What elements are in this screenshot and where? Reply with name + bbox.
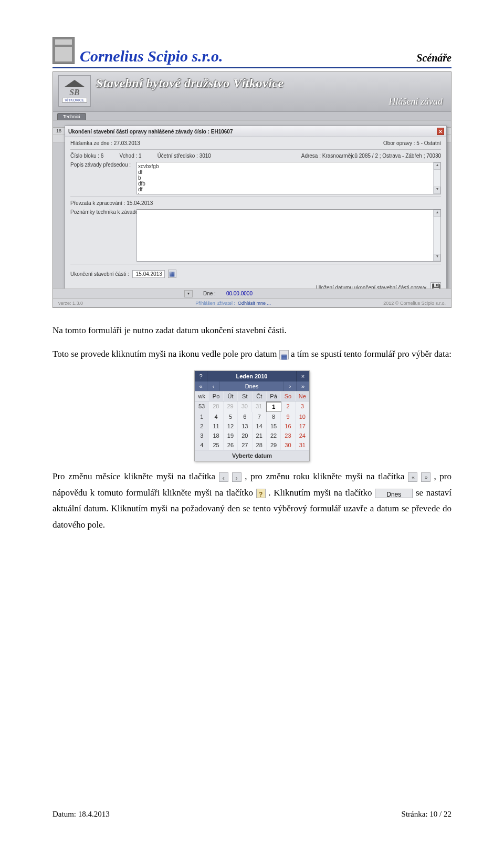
dp-footer: Vyberte datum	[195, 450, 309, 461]
dp-day[interactable]: 9	[281, 412, 295, 421]
adresa: Adresa : Krasnoarmějců 2085 / 2 ; Ostrav…	[301, 153, 441, 159]
back-dne-row: ▾ Dne : 00.00.0000	[53, 288, 451, 298]
dp-day[interactable]: 26	[224, 440, 238, 450]
dp-close-button[interactable]: ×	[297, 371, 309, 382]
dp-month-prev[interactable]: ‹	[207, 382, 220, 391]
logout-link[interactable]: Odhlásit mne ...	[238, 301, 271, 306]
dne-value: 00.00.0000	[226, 291, 253, 296]
dp-wk: 4	[195, 440, 209, 450]
dp-row: 5328293031123	[195, 401, 309, 412]
dp-day[interactable]: 30	[238, 401, 252, 412]
app-user-label: Přihlášen uživatel :	[195, 301, 235, 306]
dp-day[interactable]: 8	[267, 412, 281, 421]
dp-day[interactable]: 20	[238, 431, 252, 440]
ukonceni-date-input[interactable]: 15.04.2013	[132, 270, 165, 278]
dp-day[interactable]: 23	[281, 431, 295, 440]
scroll-down-icon[interactable]: ▾	[184, 290, 193, 297]
dp-day[interactable]: 10	[296, 412, 309, 421]
dp-day[interactable]: 7	[253, 412, 267, 421]
dp-day[interactable]: 30	[281, 440, 295, 450]
popis-content: xcvbxfgb df b dfb df b dfb df	[138, 163, 159, 194]
page-footer: Datum: 18.4.2013 Stránka: 10 / 22	[52, 810, 452, 819]
dp-day[interactable]: 28	[253, 440, 267, 450]
dp-wk: 3	[195, 431, 209, 440]
dp-day[interactable]: 29	[267, 440, 281, 450]
roof-icon	[64, 80, 85, 87]
dp-day[interactable]: 4	[209, 412, 223, 421]
para-1: Na tomto formuláři je nutno zadat datum …	[52, 323, 452, 339]
dp-wk-label: wk	[195, 391, 209, 401]
app-version: verze: 1.3.0	[58, 301, 83, 306]
cislo-bloku: Číslo bloku : 6	[70, 153, 103, 159]
scroll-down-icon[interactable]: ▾	[434, 187, 440, 194]
dp-day[interactable]: 1	[266, 401, 281, 412]
app-banner: SB VÍTKOVICE Stavební bytové družstvo Ví…	[53, 72, 451, 112]
dp-day[interactable]: 17	[296, 421, 309, 431]
company-name: Cornelius Scipio s.r.o.	[80, 48, 223, 64]
dp-row: 145678910	[195, 412, 309, 421]
dp-day-header: wk Po Út St Čt Pá So Ne	[195, 391, 309, 401]
dp-day[interactable]: 22	[267, 431, 281, 440]
dp-row: 211121314151617	[195, 421, 309, 431]
ucetni-stredisko: Účetní středisko : 3010	[158, 153, 211, 159]
dp-day[interactable]: 6	[238, 412, 252, 421]
dp-day[interactable]: 15	[267, 421, 281, 431]
dp-day[interactable]: 11	[209, 421, 223, 431]
dp-day[interactable]: 27	[238, 440, 252, 450]
close-icon[interactable]: ×	[437, 128, 444, 135]
popis-label: Popis závady předsedou :	[70, 162, 133, 194]
help-icon: ?	[256, 489, 266, 498]
dp-year-prev[interactable]: «	[195, 382, 207, 391]
datepicker: ? Leden 2010 × « ‹ Dnes › » wk Po Út St …	[194, 370, 310, 461]
back-cell: 18	[56, 128, 61, 133]
dp-wk: 1	[195, 412, 209, 421]
calendar-icon[interactable]: ▦	[168, 270, 176, 278]
dp-day[interactable]: 19	[224, 431, 238, 440]
dp-wk: 53	[195, 401, 209, 412]
dp-day[interactable]: 24	[296, 431, 309, 440]
dp-day[interactable]: 16	[281, 421, 295, 431]
doc-header: Cornelius Scipio s.r.o. Scénáře	[52, 37, 452, 68]
dp-day[interactable]: 25	[209, 440, 223, 450]
scroll-up-icon[interactable]: ▴	[434, 162, 440, 170]
footer-date: Datum: 18.4.2013	[52, 810, 110, 819]
company-logo-icon	[52, 37, 75, 64]
scroll-down-icon[interactable]: ▾	[434, 254, 440, 261]
poznamky-textarea[interactable]: ▴▾	[136, 209, 441, 262]
vchod: Vchod : 1	[119, 153, 141, 159]
month-prev-icon: ‹	[219, 472, 228, 482]
dp-day[interactable]: 14	[253, 421, 267, 431]
dp-day[interactable]: 28	[209, 401, 223, 412]
dp-day[interactable]: 31	[252, 401, 266, 412]
dp-year-next[interactable]: »	[297, 382, 309, 391]
dp-day[interactable]: 31	[296, 440, 309, 450]
dp-day[interactable]: 13	[238, 421, 252, 431]
dp-day[interactable]: 29	[224, 401, 238, 412]
dialog-window: Ukončení stavební části opravy nahlášené…	[65, 126, 447, 300]
dp-wk: 2	[195, 421, 209, 431]
dp-month-next[interactable]: ›	[284, 382, 297, 391]
obor-opravy: Obor opravy : 5 - Ostatní	[383, 140, 441, 146]
poznamky-label: Poznámky technika k závadě :	[70, 209, 133, 262]
dne-label: Dne :	[203, 291, 216, 296]
para-3: Pro změnu měsíce klikněte myši na tlačít…	[52, 469, 452, 533]
dp-day[interactable]: 2	[281, 401, 296, 412]
app-logo: SB VÍTKOVICE	[58, 75, 91, 107]
app-copyright: 2012 © Cornelius Scipio s.r.o.	[383, 301, 446, 306]
app-subtitle: Hlášení závad	[389, 96, 443, 107]
dp-help-button[interactable]: ?	[195, 371, 207, 382]
scroll-up-icon[interactable]: ▴	[434, 210, 440, 217]
doc-type: Scénáře	[416, 52, 452, 64]
dp-day[interactable]: 3	[296, 401, 309, 412]
dp-day[interactable]: 18	[209, 431, 223, 440]
month-next-icon: ›	[232, 472, 242, 482]
dp-today-button[interactable]: Dnes	[220, 382, 284, 391]
dp-day[interactable]: 21	[253, 431, 267, 440]
year-prev-icon: «	[408, 472, 417, 482]
dp-title: Leden 2010	[207, 371, 297, 382]
dp-day[interactable]: 12	[224, 421, 238, 431]
tab-technici[interactable]: Technici	[57, 113, 86, 120]
footer-page: Stránka: 10 / 22	[402, 810, 452, 819]
dp-day[interactable]: 5	[224, 412, 238, 421]
popis-textarea[interactable]: xcvbxfgb df b dfb df b dfb df ▴▾	[136, 162, 441, 194]
